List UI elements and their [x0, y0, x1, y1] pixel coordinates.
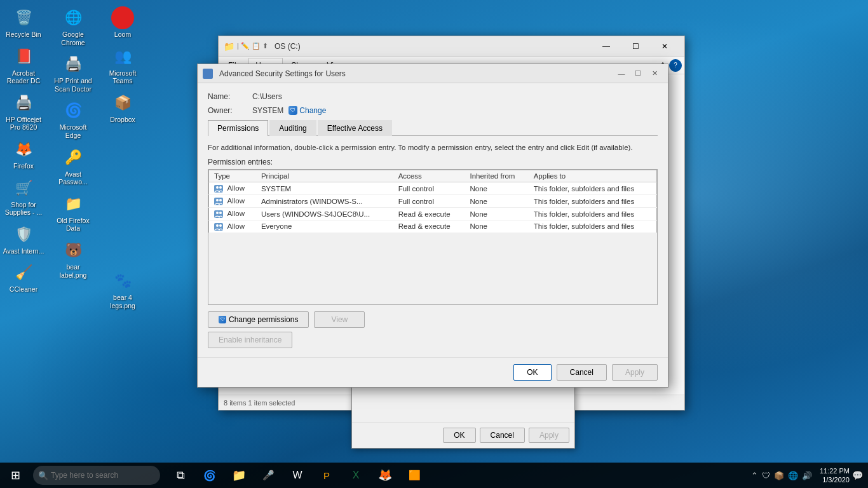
security-maximize[interactable]: ☐ — [630, 67, 646, 81]
dropbox-tray-icon[interactable]: 📦 — [774, 471, 784, 480]
cancel-button[interactable]: Cancel — [557, 364, 607, 381]
icon-bear-label[interactable]: 🐻 bear label.png — [51, 236, 95, 281]
view-button[interactable]: View — [314, 311, 365, 328]
taskbar-edge-icon[interactable]: 🌀 — [196, 463, 224, 488]
window-controls: — ☐ ✕ — [592, 36, 679, 57]
svg-point-2 — [219, 186, 222, 189]
name-label: Name: — [208, 92, 252, 101]
row1-inherited: None — [465, 182, 528, 195]
col-applies: Applies to — [529, 170, 657, 182]
svg-point-5 — [219, 199, 222, 201]
taskbar-firefox-icon[interactable]: 🦊 — [371, 463, 399, 488]
security-footer: OK Cancel Apply — [198, 357, 668, 387]
taskbar-unknown-icon[interactable]: 🟧 — [400, 463, 428, 488]
props-ok-button[interactable]: OK — [443, 428, 475, 443]
taskbar-explorer-icon[interactable]: 📁 — [225, 463, 253, 488]
owner-label: Owner: — [208, 106, 252, 115]
table-row[interactable]: Allow Users (WINDOWS-S4JOEC8\U... Read &… — [209, 208, 657, 220]
change-link-text: Change — [299, 106, 326, 115]
start-button[interactable]: ⊞ — [0, 463, 31, 488]
clock-time: 11:22 PM — [820, 466, 850, 475]
security-settings-dialog: Advanced Security Settings for Users — ☐… — [197, 64, 668, 388]
icon-firefox[interactable]: 🦊 Firefox — [1, 135, 46, 173]
icon-ms-edge[interactable]: 🌀 Microsoft Edge — [51, 97, 95, 142]
icon-bear4[interactable]: 🐾 bear 4 legs.png — [100, 267, 145, 312]
security-win-controls: — ☐ ✕ — [613, 67, 663, 81]
ok-button[interactable]: OK — [513, 364, 551, 381]
desktop-icons-col2: 🌐 Google Chrome 🖨️ HP Print and Scan Doc… — [50, 0, 97, 281]
minimize-button[interactable]: — — [592, 36, 621, 57]
enable-inheritance-row: Enable inheritance — [208, 332, 658, 348]
search-input[interactable] — [33, 466, 160, 485]
taskview-button[interactable]: ⧉ — [166, 463, 194, 488]
name-row: Name: C:\Users — [208, 92, 658, 101]
taskbar-excel-icon[interactable]: X — [342, 463, 370, 488]
col-principal: Principal — [256, 170, 393, 182]
security-body: Name: C:\Users Owner: SYSTEM 🛡 Change Pe… — [198, 83, 668, 357]
permission-table-wrap: Type Principal Access Inherited from App… — [208, 169, 658, 305]
system-tray-icons: ⌃ 🛡 📦 🌐 🔊 — [751, 471, 812, 480]
taskbar-clock[interactable]: 11:22 PM 1/3/2020 — [820, 466, 850, 485]
icon-hp-officejet[interactable]: 🖨️ HP Officejet Pro 8620 — [1, 89, 46, 134]
row2-type: Allow — [209, 195, 256, 208]
svg-point-4 — [216, 199, 219, 201]
shield-icon: 🛡 — [288, 106, 297, 115]
col-type: Type — [209, 170, 256, 182]
help-button[interactable]: ? — [669, 59, 682, 72]
apply-button[interactable]: Apply — [612, 364, 658, 381]
icon-ccleaner[interactable]: 🧹 CCleaner — [1, 259, 46, 296]
row1-access: Full control — [393, 182, 465, 195]
icon-google-chrome[interactable]: 🌐 Google Chrome — [51, 4, 95, 49]
change-permissions-label: Change permissions — [229, 315, 298, 324]
title-path: OS (C:) — [271, 42, 589, 51]
props-apply-button[interactable]: Apply — [529, 428, 569, 443]
tray-expand-icon[interactable]: ⌃ — [751, 471, 758, 480]
row4-type: Allow — [209, 220, 256, 233]
row2-principal: Administrators (WINDOWS-S... — [256, 195, 393, 208]
antivirus-icon[interactable]: 🛡 — [762, 471, 770, 480]
row3-inherited: None — [465, 208, 528, 220]
tab-auditing[interactable]: Auditing — [269, 120, 316, 136]
icon-loom[interactable]: Loom — [100, 4, 145, 41]
icon-recycle-bin[interactable]: 🗑️ Recycle Bin — [1, 4, 46, 41]
table-row[interactable]: Allow Everyone Read & execute None This … — [209, 220, 657, 233]
row3-type: Allow — [209, 208, 256, 220]
enable-inheritance-button[interactable]: Enable inheritance — [208, 332, 292, 348]
icon-avast-internet[interactable]: 🛡️ Avast Intern... — [1, 220, 46, 258]
icon-ms-teams[interactable]: 👥 Microsoft Teams — [100, 43, 145, 88]
maximize-button[interactable]: ☐ — [621, 36, 650, 57]
search-icon: 🔍 — [38, 471, 48, 480]
taskbar-ppt-icon[interactable]: P — [313, 463, 341, 488]
security-dialog-icon — [203, 69, 213, 79]
table-row[interactable]: Allow SYSTEM Full control None This fold… — [209, 182, 657, 195]
tab-permissions[interactable]: Permissions — [208, 120, 268, 136]
change-permissions-button[interactable]: 🛡 Change permissions — [208, 311, 309, 328]
close-button[interactable]: ✕ — [650, 36, 679, 57]
table-row[interactable]: Allow Administrators (WINDOWS-S... Full … — [209, 195, 657, 208]
icon-old-firefox[interactable]: 📁 Old Firefox Data — [51, 190, 95, 235]
svg-point-11 — [219, 224, 222, 227]
status-items: 8 items 1 item selected — [224, 399, 295, 407]
notification-icon[interactable]: 💬 — [852, 470, 863, 480]
svg-point-10 — [216, 224, 219, 227]
desktop-icons-col3: Loom 👥 Microsoft Teams 📦 Dropbox 🐾 bear … — [99, 0, 147, 313]
volume-icon[interactable]: 🔊 — [802, 471, 812, 480]
security-minimize[interactable]: — — [613, 67, 630, 81]
icon-avast-pass[interactable]: 🔑 Avast Passwo... — [51, 144, 95, 189]
row3-applies: This folder, subfolders and files — [529, 208, 657, 220]
network-icon[interactable]: 🌐 — [788, 471, 798, 480]
change-owner-link[interactable]: 🛡 Change — [288, 106, 326, 115]
icon-hp-scan[interactable]: 🖨️ HP Print and Scan Doctor — [51, 50, 95, 95]
taskbar-word-icon[interactable]: W — [283, 463, 311, 488]
icon-acrobat[interactable]: 📕 Acrobat Reader DC — [1, 43, 46, 88]
row2-applies: This folder, subfolders and files — [529, 195, 657, 208]
icon-shop-supplies[interactable]: 🛒 Shop for Supplies - ... — [1, 174, 46, 219]
icon-dropbox[interactable]: 📦 Dropbox — [100, 89, 145, 126]
taskbar-right-area: ⌃ 🛡 📦 🌐 🔊 11:22 PM 1/3/2020 💬 — [751, 466, 868, 485]
tab-effective-access[interactable]: Effective Access — [318, 120, 392, 136]
security-close[interactable]: ✕ — [646, 67, 663, 81]
shield-icon-small: 🛡 — [219, 316, 226, 323]
taskbar-cortana-icon[interactable]: 🎤 — [254, 463, 282, 488]
row4-access: Read & execute — [393, 220, 465, 233]
props-cancel-button[interactable]: Cancel — [480, 428, 525, 443]
